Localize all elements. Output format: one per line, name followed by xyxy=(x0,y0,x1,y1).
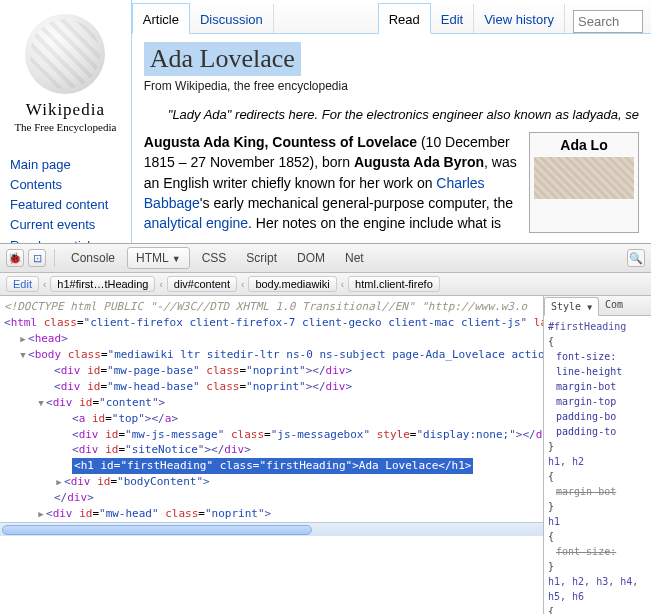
breadcrumb-edit[interactable]: Edit xyxy=(6,276,39,292)
page-title: Ada Lovelace xyxy=(144,42,301,76)
devtools-search-icon[interactable]: 🔍 xyxy=(627,249,645,267)
dom-tree[interactable]: <!DOCTYPE html PUBLIC "-//W3C//DTD XHTML… xyxy=(0,296,543,614)
infobox-title: Ada Lo xyxy=(560,137,607,153)
content-area: Article Discussion Read Edit View histor… xyxy=(131,0,651,243)
devtab-html[interactable]: HTML▼ xyxy=(127,247,190,269)
devtools-breadcrumb: Edit ‹ h1#first…tHeading ‹ div#content ‹… xyxy=(0,273,651,296)
selected-dom-node[interactable]: <h1 id="firstHeading" class="firstHeadin… xyxy=(72,458,473,474)
nav: Main page Contents Featured content Curr… xyxy=(0,155,131,256)
nav-contents[interactable]: Contents xyxy=(10,175,131,195)
inspect-icon[interactable]: ⊡ xyxy=(28,249,46,267)
text-run: 's early mechanical general-purpose comp… xyxy=(200,195,513,211)
lead-paragraph: Augusta Ada King, Countess of Lovelace (… xyxy=(144,132,519,233)
text-run: . Her notes on the engine include what i… xyxy=(248,215,501,231)
sidebar: Wikipedia The Free Encyclopedia Main pag… xyxy=(0,0,131,243)
tagline: The Free Encyclopedia xyxy=(0,121,131,133)
nav-current-events[interactable]: Current events xyxy=(10,215,131,235)
page-tabs: Article Discussion Read Edit View histor… xyxy=(132,0,651,34)
styles-panel: Style ▼ Com #firstHeading { font-size: l… xyxy=(543,296,651,614)
nav-featured-content[interactable]: Featured content xyxy=(10,195,131,215)
infobox-image xyxy=(534,157,634,199)
devtab-dom[interactable]: DOM xyxy=(289,248,333,268)
page-subtitle: From Wikipedia, the free encyclopedia xyxy=(144,79,639,93)
firebug-icon[interactable]: 🐞 xyxy=(6,249,24,267)
doctype-line: <!DOCTYPE html PUBLIC "-//W3C//DTD XHTML… xyxy=(4,300,527,313)
breadcrumb-item[interactable]: h1#first…tHeading xyxy=(50,276,155,292)
logo[interactable]: Wikipedia The Free Encyclopedia xyxy=(0,8,131,137)
tab-edit[interactable]: Edit xyxy=(431,4,474,33)
search-input[interactable] xyxy=(573,10,643,33)
devtab-net[interactable]: Net xyxy=(337,248,372,268)
styles-tab-style[interactable]: Style ▼ xyxy=(544,297,599,316)
styles-body[interactable]: #firstHeading { font-size: line-height m… xyxy=(544,316,651,614)
tab-discussion[interactable]: Discussion xyxy=(190,4,274,33)
horizontal-scrollbar[interactable] xyxy=(0,522,543,536)
article: Ada Lovelace From Wikipedia, the free en… xyxy=(132,34,651,243)
breadcrumb-item[interactable]: html.client-firefo xyxy=(348,276,440,292)
tab-history[interactable]: View history xyxy=(474,4,565,33)
bold-run: Augusta Ada King, Countess of Lovelace xyxy=(144,134,417,150)
devtools: 🐞 ⊡ Console HTML▼ CSS Script DOM Net 🔍 E… xyxy=(0,243,651,614)
infobox: Ada Lo xyxy=(529,132,639,233)
tab-article[interactable]: Article xyxy=(132,3,190,34)
devtools-toolbar: 🐞 ⊡ Console HTML▼ CSS Script DOM Net 🔍 xyxy=(0,244,651,273)
redirect-notice: "Lady Ada" redirects here. For the elect… xyxy=(168,107,639,122)
styles-tab-computed[interactable]: Com xyxy=(599,296,629,315)
link-analytical-engine[interactable]: analytical engine xyxy=(144,215,248,231)
nav-main-page[interactable]: Main page xyxy=(10,155,131,175)
devtab-css[interactable]: CSS xyxy=(194,248,235,268)
devtab-console[interactable]: Console xyxy=(63,248,123,268)
tab-read[interactable]: Read xyxy=(378,3,431,34)
wordmark: Wikipedia xyxy=(0,100,131,120)
breadcrumb-item[interactable]: body.mediawiki xyxy=(248,276,336,292)
wikipedia-globe-icon xyxy=(25,14,105,94)
breadcrumb-item[interactable]: div#content xyxy=(167,276,237,292)
search xyxy=(565,10,651,33)
bold-run: Augusta Ada Byron xyxy=(354,154,484,170)
devtab-script[interactable]: Script xyxy=(238,248,285,268)
